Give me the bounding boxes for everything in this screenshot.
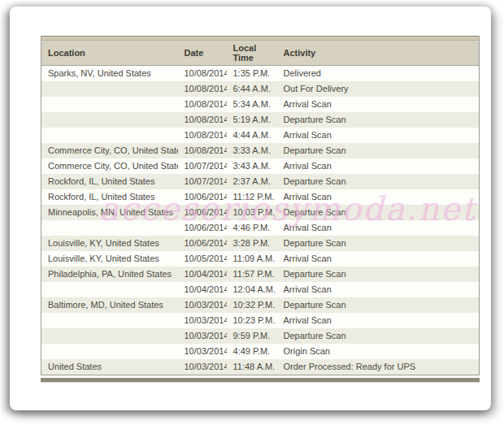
cell-date: 10/04/2014 xyxy=(178,267,227,282)
cell-date: 10/08/2014 xyxy=(178,128,227,143)
cell-location: Sparks, NV, United States xyxy=(41,66,178,82)
table-row: 10/08/20144:44 A.M.Arrival Scan xyxy=(41,128,480,143)
cell-location: Rockford, IL, United States xyxy=(41,189,178,205)
cell-location: Philadelphia, PA, United States xyxy=(41,267,178,282)
cell-time: 3:43 A.M. xyxy=(227,158,277,174)
cell-activity: Arrival Scan xyxy=(277,313,480,328)
cell-location: Commerce City, CO, United States xyxy=(41,143,178,158)
table-row: Baltimore, MD, United States10/03/201410… xyxy=(41,297,480,313)
cell-date: 10/07/2014 xyxy=(178,174,227,189)
cell-activity: Order Processed: Ready for UPS xyxy=(277,359,480,375)
cell-location: Louisville, KY, United States xyxy=(41,251,178,267)
cell-activity: Departure Scan xyxy=(277,205,480,220)
cell-time: 12:04 A.M. xyxy=(227,282,277,297)
table-row: Philadelphia, PA, United States10/04/201… xyxy=(41,267,480,282)
cell-time: 11:09 A.M. xyxy=(227,251,277,267)
cell-date: 10/08/2014 xyxy=(178,112,227,128)
column-header-location: Location xyxy=(41,41,178,66)
cell-location xyxy=(41,282,178,297)
column-header-activity: Activity xyxy=(277,41,480,66)
cell-location: Rockford, IL, United States xyxy=(41,174,178,189)
cell-activity: Departure Scan xyxy=(277,236,480,251)
cell-activity: Out For Delivery xyxy=(277,81,480,97)
cell-date: 10/08/2014 xyxy=(178,81,227,97)
cell-location xyxy=(41,220,178,236)
table-row: 10/08/20145:19 A.M.Departure Scan xyxy=(41,112,480,128)
cell-date: 10/03/2014 xyxy=(178,297,227,313)
table-row: Louisville, KY, United States10/05/20141… xyxy=(41,251,480,267)
table-row: Sparks, NV, United States10/08/20141:35 … xyxy=(41,66,480,82)
cell-location: Minneapolis, MN, United States xyxy=(41,205,178,220)
cell-date: 10/03/2014 xyxy=(178,359,227,375)
cell-location xyxy=(41,128,178,143)
table-row: Rockford, IL, United States10/06/201411:… xyxy=(41,189,480,205)
cell-location xyxy=(41,81,178,97)
cell-activity: Departure Scan xyxy=(277,297,480,313)
table-row: 10/03/20149:59 P.M.Departure Scan xyxy=(41,328,480,344)
table-row: Commerce City, CO, United States10/07/20… xyxy=(41,158,480,174)
cell-time: 11:12 P.M. xyxy=(227,189,277,205)
cell-location xyxy=(41,97,178,112)
tracking-table-container: Location Date Local Time Activity Sparks… xyxy=(41,36,480,383)
page-card: Location Date Local Time Activity Sparks… xyxy=(10,7,491,410)
cell-location: Louisville, KY, United States xyxy=(41,236,178,251)
cell-location xyxy=(41,344,178,359)
cell-time: 3:28 P.M. xyxy=(227,236,277,251)
cell-activity: Arrival Scan xyxy=(277,97,480,112)
cell-time: 4:46 P.M. xyxy=(227,220,277,236)
table-header-row: Location Date Local Time Activity xyxy=(41,41,480,66)
table-body: Sparks, NV, United States10/08/20141:35 … xyxy=(41,66,480,375)
cell-activity: Departure Scan xyxy=(277,328,480,344)
table-row: Commerce City, CO, United States10/08/20… xyxy=(41,143,480,158)
cell-time: 10:03 P.M. xyxy=(227,205,277,220)
cell-activity: Arrival Scan xyxy=(277,158,480,174)
cell-time: 9:59 P.M. xyxy=(227,328,277,344)
table-row: Minneapolis, MN, United States10/06/2014… xyxy=(41,205,480,220)
cell-activity: Departure Scan xyxy=(277,112,480,128)
cell-activity: Arrival Scan xyxy=(277,251,480,267)
column-header-date: Date xyxy=(178,41,227,66)
cell-date: 10/08/2014 xyxy=(178,97,227,112)
table-row: Louisville, KY, United States10/06/20143… xyxy=(41,236,480,251)
table-row: 10/04/201412:04 A.M.Arrival Scan xyxy=(41,282,480,297)
table-row: Rockford, IL, United States10/07/20142:3… xyxy=(41,174,480,189)
cell-date: 10/03/2014 xyxy=(178,313,227,328)
cell-date: 10/06/2014 xyxy=(178,220,227,236)
cell-activity: Delivered xyxy=(277,66,480,82)
cell-location xyxy=(41,328,178,344)
cell-time: 5:34 A.M. xyxy=(227,97,277,112)
cell-date: 10/06/2014 xyxy=(178,189,227,205)
cell-location: Commerce City, CO, United States xyxy=(41,158,178,174)
cell-time: 10:32 P.M. xyxy=(227,297,277,313)
cell-activity: Departure Scan xyxy=(277,174,480,189)
cell-activity: Origin Scan xyxy=(277,344,480,359)
table-row: 10/06/20144:46 P.M.Arrival Scan xyxy=(41,220,480,236)
table-row: 10/08/20145:34 A.M.Arrival Scan xyxy=(41,97,480,112)
cell-time: 3:33 A.M. xyxy=(227,143,277,158)
table-row: 10/03/20144:49 P.M.Origin Scan xyxy=(41,344,480,359)
cell-time: 5:19 A.M. xyxy=(227,112,277,128)
cell-time: 2:37 A.M. xyxy=(227,174,277,189)
cell-date: 10/06/2014 xyxy=(178,236,227,251)
cell-activity: Arrival Scan xyxy=(277,128,480,143)
cell-time: 6:44 A.M. xyxy=(227,81,277,97)
table-row: United States10/03/201411:48 A.M.Order P… xyxy=(41,359,480,375)
cell-date: 10/03/2014 xyxy=(178,328,227,344)
cell-time: 4:49 P.M. xyxy=(227,344,277,359)
cell-location: United States xyxy=(41,359,178,375)
cell-activity: Arrival Scan xyxy=(277,282,480,297)
cell-date: 10/03/2014 xyxy=(178,344,227,359)
cell-time: 11:48 A.M. xyxy=(227,359,277,375)
cell-date: 10/08/2014 xyxy=(178,66,227,82)
cell-date: 10/04/2014 xyxy=(178,282,227,297)
cell-date: 10/07/2014 xyxy=(178,158,227,174)
tracking-history-table: Location Date Local Time Activity Sparks… xyxy=(41,41,480,375)
cell-time: 10:23 P.M. xyxy=(227,313,277,328)
cell-location xyxy=(41,112,178,128)
cell-location xyxy=(41,313,178,328)
cell-activity: Arrival Scan xyxy=(277,220,480,236)
table-bottom-rule xyxy=(41,378,480,383)
cell-date: 10/08/2014 xyxy=(178,143,227,158)
cell-time: 1:35 P.M. xyxy=(227,66,277,82)
cell-date: 10/06/2014 xyxy=(178,205,227,220)
